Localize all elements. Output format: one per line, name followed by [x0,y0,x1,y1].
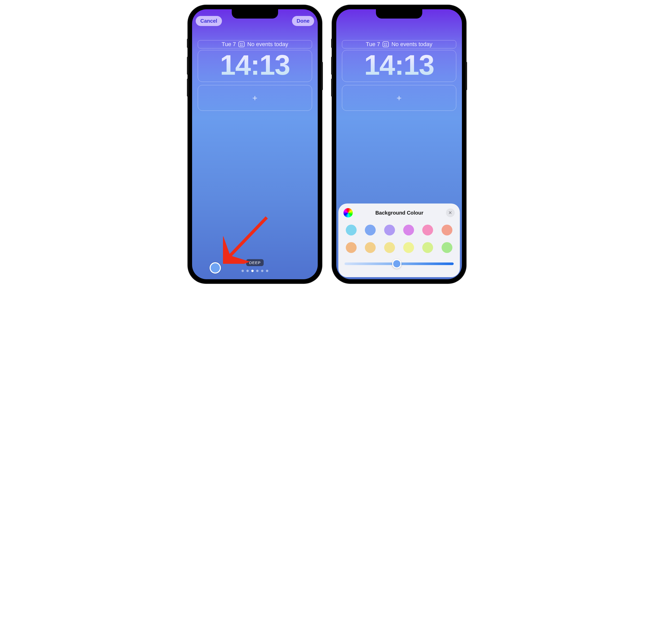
color-swatch[interactable] [365,225,376,235]
svg-line-0 [230,217,267,256]
mute-switch[interactable] [331,39,333,48]
screen-left: Cancel Done Tue 7 No events today 14:13 … [192,9,318,279]
phone-right: Tue 7 No events today 14:13 + Background… [332,5,466,283]
notch [376,9,422,19]
date-widget-row[interactable]: Tue 7 No events today [342,40,456,48]
page-dot[interactable] [256,270,258,272]
events-label: No events today [247,41,288,48]
background-color-button[interactable] [210,262,221,274]
time-widget[interactable]: 14:13 [198,50,312,82]
annotation-arrow [223,215,272,264]
slider-thumb[interactable] [392,259,401,269]
date-label: Tue 7 [366,41,380,48]
volume-up-button[interactable] [187,57,188,75]
volume-down-button[interactable] [331,78,333,97]
background-colour-panel: Background Colour ✕ [338,204,460,277]
page-dot[interactable] [261,270,263,272]
plus-icon: + [397,93,402,103]
color-swatch[interactable] [422,225,433,235]
panel-title: Background Colour [375,210,424,216]
power-button[interactable] [466,62,467,90]
close-icon: ✕ [448,210,452,215]
lock-content: Tue 7 No events today 14:13 + [198,40,312,111]
close-button[interactable]: ✕ [446,208,455,217]
color-swatch[interactable] [442,242,452,253]
time-widget[interactable]: 14:13 [342,50,456,82]
color-swatch[interactable] [365,242,376,253]
add-widget-button[interactable]: + [198,85,312,111]
calendar-icon [382,42,389,47]
page-dot[interactable] [247,270,249,272]
page-dots[interactable] [241,270,268,272]
color-swatch[interactable] [422,242,433,253]
screen-right: Tue 7 No events today 14:13 + Background… [336,9,462,279]
volume-down-button[interactable] [187,78,188,97]
color-swatch[interactable] [403,225,414,235]
style-tag: DEEP [246,259,264,266]
lock-content: Tue 7 No events today 14:13 + [342,40,456,111]
swatch-grid [344,223,455,259]
notch [232,9,278,19]
color-swatch[interactable] [384,242,395,253]
cancel-button[interactable]: Cancel [196,16,222,26]
calendar-icon [238,42,244,47]
date-widget-row[interactable]: Tue 7 No events today [198,40,312,48]
hue-slider[interactable] [344,259,455,269]
color-swatch[interactable] [384,225,395,235]
color-swatch[interactable] [346,225,357,235]
plus-icon: + [252,93,257,103]
mute-switch[interactable] [187,39,188,48]
clock-time: 14:13 [198,51,312,79]
color-swatch[interactable] [442,225,452,235]
color-swatch[interactable] [403,242,414,253]
volume-up-button[interactable] [331,57,333,75]
date-label: Tue 7 [222,41,236,48]
power-button[interactable] [321,62,323,90]
color-swatch[interactable] [346,242,357,253]
phone-left: Cancel Done Tue 7 No events today 14:13 … [188,5,322,283]
color-wheel-button[interactable] [344,208,353,217]
page-dot[interactable] [241,270,244,272]
page-dot[interactable] [266,270,268,272]
panel-header: Background Colour ✕ [344,208,455,217]
clock-time: 14:13 [342,51,456,79]
page-dot[interactable] [251,270,254,272]
events-label: No events today [391,41,432,48]
add-widget-button[interactable]: + [342,85,456,111]
done-button[interactable]: Done [292,16,314,26]
